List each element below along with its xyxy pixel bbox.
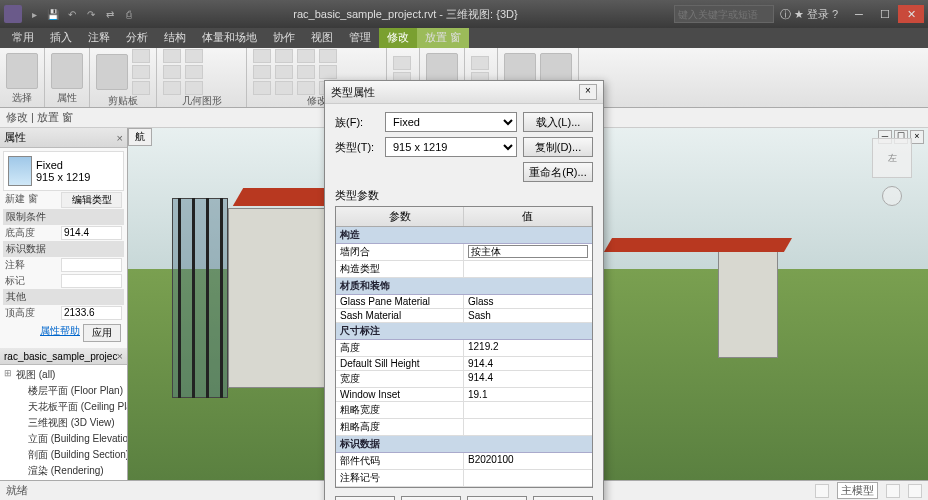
param-value[interactable] bbox=[464, 261, 592, 277]
tab-modify[interactable]: 修改 bbox=[379, 28, 417, 48]
tree-item[interactable]: 剖面 (Building Section) bbox=[2, 447, 125, 463]
workset-icon[interactable] bbox=[815, 484, 829, 498]
param-value[interactable]: B2020100 bbox=[464, 453, 592, 469]
modify-tool-icon[interactable] bbox=[6, 53, 38, 89]
param-value[interactable] bbox=[61, 274, 122, 288]
col-param[interactable]: 参数 bbox=[336, 207, 464, 226]
cut-icon[interactable] bbox=[132, 49, 150, 63]
apply-button[interactable]: 应用 bbox=[533, 496, 593, 500]
select-icon[interactable] bbox=[908, 484, 922, 498]
tab-structure[interactable]: 结构 bbox=[156, 28, 194, 48]
tab-annotate[interactable]: 注释 bbox=[80, 28, 118, 48]
properties-header[interactable]: 属性 × bbox=[0, 128, 127, 148]
group-construction[interactable]: 构造 bbox=[336, 227, 592, 244]
star-icon[interactable]: ★ bbox=[794, 8, 804, 21]
filter-icon[interactable] bbox=[886, 484, 900, 498]
param-value[interactable]: 914.4 bbox=[61, 226, 122, 240]
param-value[interactable]: 1219.2 bbox=[464, 340, 592, 356]
tab-analyze[interactable]: 分析 bbox=[118, 28, 156, 48]
copy-mod-icon[interactable] bbox=[253, 65, 271, 79]
tree-views[interactable]: 视图 (all) bbox=[2, 367, 125, 383]
close-button[interactable]: ✕ bbox=[898, 5, 924, 23]
group-materials[interactable]: 材质和装饰 bbox=[336, 278, 592, 295]
app-logo[interactable] bbox=[4, 5, 22, 23]
group-dimensions[interactable]: 尺寸标注 bbox=[336, 323, 592, 340]
qat-save-icon[interactable]: 💾 bbox=[45, 6, 61, 22]
param-input[interactable] bbox=[468, 245, 588, 258]
tab-collaborate[interactable]: 协作 bbox=[265, 28, 303, 48]
pin-icon[interactable] bbox=[319, 65, 337, 79]
type-select[interactable]: 915 x 1219 bbox=[385, 137, 517, 157]
offset-icon[interactable] bbox=[275, 65, 293, 79]
dialog-titlebar[interactable]: 类型属性 × bbox=[325, 81, 603, 104]
minimize-button[interactable]: ─ bbox=[846, 5, 872, 23]
qat-print-icon[interactable]: ⎙ bbox=[121, 6, 137, 22]
param-value[interactable] bbox=[464, 419, 592, 435]
login-link[interactable]: 登录 bbox=[807, 7, 829, 22]
view-icon[interactable] bbox=[393, 56, 411, 70]
cut-geom-icon[interactable] bbox=[163, 65, 181, 79]
trim-icon[interactable] bbox=[297, 49, 315, 63]
join-icon[interactable] bbox=[163, 81, 181, 95]
load-button[interactable]: 载入(L)... bbox=[523, 112, 593, 132]
model-select[interactable]: 主模型 bbox=[837, 482, 878, 499]
rotate-icon[interactable] bbox=[253, 81, 271, 95]
cope-icon[interactable] bbox=[163, 49, 181, 63]
qat-open-icon[interactable]: ▸ bbox=[26, 6, 42, 22]
group-identity[interactable]: 标识数据 bbox=[336, 436, 592, 453]
param-value[interactable]: 914.4 bbox=[464, 357, 592, 370]
array-icon[interactable] bbox=[297, 81, 315, 95]
apply-button[interactable]: 应用 bbox=[83, 324, 121, 342]
type-selector[interactable]: Fixed 915 x 1219 bbox=[3, 151, 124, 191]
dialog-close-icon[interactable]: × bbox=[579, 84, 597, 100]
param-value[interactable]: 19.1 bbox=[464, 388, 592, 401]
help-icon[interactable]: ? bbox=[832, 8, 838, 20]
tab-view[interactable]: 视图 bbox=[303, 28, 341, 48]
cancel-button[interactable]: 取消 bbox=[467, 496, 527, 500]
tab-insert[interactable]: 插入 bbox=[42, 28, 80, 48]
tab-massing[interactable]: 体量和场地 bbox=[194, 28, 265, 48]
navigation-bar[interactable]: 航 bbox=[128, 128, 152, 146]
align-icon[interactable] bbox=[275, 49, 293, 63]
param-value[interactable]: 914.4 bbox=[464, 371, 592, 387]
param-value[interactable] bbox=[464, 402, 592, 418]
tab-context[interactable]: 放置 窗 bbox=[417, 28, 469, 48]
qat-redo-icon[interactable]: ↷ bbox=[83, 6, 99, 22]
tab-manage[interactable]: 管理 bbox=[341, 28, 379, 48]
paste-tool-icon[interactable] bbox=[96, 54, 128, 90]
split-icon[interactable] bbox=[297, 65, 315, 79]
section-id[interactable]: 标识数据 bbox=[3, 241, 124, 257]
param-value[interactable] bbox=[61, 258, 122, 272]
edit-type-button[interactable]: 编辑类型 bbox=[61, 192, 122, 208]
project-browser[interactable]: 视图 (all) 楼层平面 (Floor Plan) 天花板平面 (Ceilin… bbox=[0, 365, 127, 480]
scale-icon[interactable] bbox=[319, 49, 337, 63]
tree-item[interactable]: 三维视图 (3D View) bbox=[2, 415, 125, 431]
param-value[interactable]: 2133.6 bbox=[61, 306, 122, 320]
tree-item[interactable]: 楼层平面 (Floor Plan) bbox=[2, 383, 125, 399]
maximize-button[interactable]: ☐ bbox=[872, 5, 898, 23]
section-constraints[interactable]: 限制条件 bbox=[3, 209, 124, 225]
preview-button[interactable]: << 预览(P) bbox=[335, 496, 395, 500]
section-other[interactable]: 其他 bbox=[3, 289, 124, 305]
ok-button[interactable]: 确定 bbox=[401, 496, 461, 500]
param-value[interactable]: Sash bbox=[464, 309, 592, 322]
param-value[interactable]: Glass bbox=[464, 295, 592, 308]
tab-home[interactable]: 常用 bbox=[4, 28, 42, 48]
browser-header[interactable]: rac_basic_sample_project.rvt ... × bbox=[0, 348, 127, 365]
param-value[interactable] bbox=[464, 470, 592, 486]
geom-icon[interactable] bbox=[185, 65, 203, 79]
close-icon[interactable]: × bbox=[117, 132, 123, 144]
col-value[interactable]: 值 bbox=[464, 207, 592, 226]
move-icon[interactable] bbox=[253, 49, 271, 63]
tree-item[interactable]: 天花板平面 (Ceiling Plan) bbox=[2, 399, 125, 415]
properties-help-link[interactable]: 属性帮助 bbox=[40, 324, 80, 342]
view-close-icon[interactable]: × bbox=[910, 130, 924, 144]
create-icon[interactable] bbox=[471, 56, 489, 70]
family-select[interactable]: Fixed bbox=[385, 112, 517, 132]
mirror-icon[interactable] bbox=[275, 81, 293, 95]
rename-button[interactable]: 重命名(R)... bbox=[523, 162, 593, 182]
qat-sync-icon[interactable]: ⇄ bbox=[102, 6, 118, 22]
geom-icon[interactable] bbox=[185, 81, 203, 95]
properties-tool-icon[interactable] bbox=[51, 53, 83, 89]
tree-item[interactable]: 立面 (Building Elevation) bbox=[2, 431, 125, 447]
